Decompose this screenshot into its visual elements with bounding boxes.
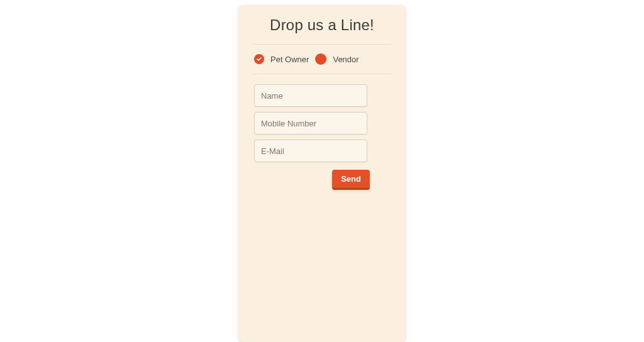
contact-card: Drop us a Line! Pet Owner Vendor Send: [239, 5, 405, 342]
radio-unselected-icon: [315, 53, 326, 65]
card-title: Drop us a Line!: [253, 16, 391, 34]
mobile-field[interactable]: [254, 112, 367, 135]
name-field[interactable]: [254, 84, 367, 107]
radio-vendor-label: Vendor: [333, 55, 358, 64]
email-field[interactable]: [254, 140, 367, 162]
actions-row: Send: [253, 170, 391, 188]
user-type-radio-group: Pet Owner Vendor: [253, 53, 391, 65]
divider: [253, 44, 391, 45]
radio-pet-owner[interactable]: Pet Owner: [254, 54, 309, 64]
radio-selected-icon: [254, 54, 264, 64]
radio-pet-owner-label: Pet Owner: [270, 55, 309, 64]
divider: [253, 74, 391, 74]
fields-group: [253, 84, 391, 162]
send-button[interactable]: Send: [332, 170, 370, 188]
radio-vendor[interactable]: Vendor: [315, 53, 358, 65]
